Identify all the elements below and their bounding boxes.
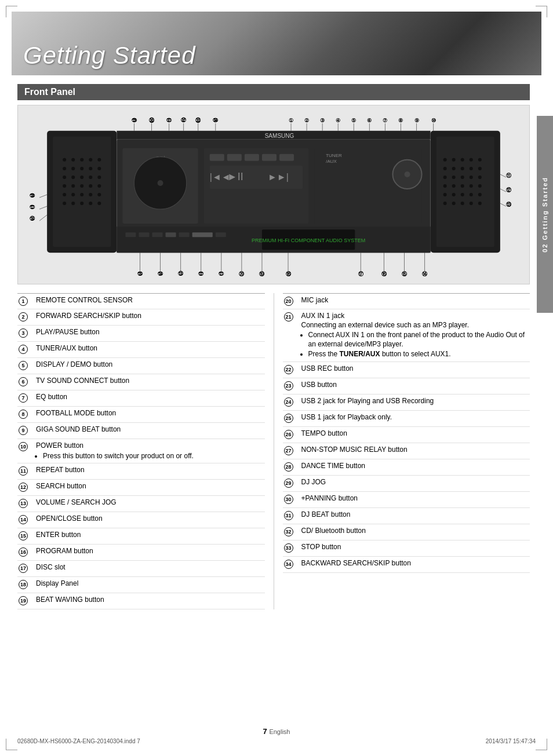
svg-point-15 xyxy=(80,176,83,179)
ref-num: 4 xyxy=(17,342,36,356)
svg-text:⑳: ⑳ xyxy=(239,271,245,277)
svg-point-96 xyxy=(470,202,473,205)
svg-point-40 xyxy=(158,180,163,186)
ref-desc: SEARCH button xyxy=(36,480,265,494)
ref-num: 32 xyxy=(283,524,301,539)
ref-table-right: 20MIC jack21AUX IN 1 jackConnecting an e… xyxy=(283,293,530,609)
svg-rect-44 xyxy=(245,154,259,161)
ref-desc: VOLUME / SEARCH JOG xyxy=(36,496,265,510)
svg-point-19 xyxy=(71,184,75,188)
svg-point-77 xyxy=(478,167,482,170)
ref-num: 22 xyxy=(283,362,301,377)
table-row: 16PROGRAM button xyxy=(17,545,265,561)
ref-desc: DJ JOG xyxy=(301,476,530,490)
svg-point-83 xyxy=(443,184,447,188)
svg-point-76 xyxy=(470,167,473,170)
ref-num: 21 xyxy=(283,309,301,324)
ref-desc: DANCE TIME button xyxy=(301,459,530,473)
svg-point-27 xyxy=(97,193,101,196)
ref-desc: ENTER button xyxy=(36,528,265,542)
svg-point-30 xyxy=(80,202,83,205)
ref-desc: EQ button xyxy=(36,390,265,404)
ref-num-circle: 13 xyxy=(19,499,28,508)
ref-num-circle: 5 xyxy=(19,361,28,370)
main-content: Front Panel xyxy=(17,84,530,609)
svg-point-10 xyxy=(80,167,83,170)
ref-num: 5 xyxy=(17,358,36,372)
svg-point-71 xyxy=(470,158,473,162)
svg-rect-43 xyxy=(227,154,242,161)
svg-point-11 xyxy=(89,167,92,170)
svg-point-17 xyxy=(97,176,101,179)
table-row: 13VOLUME / SEARCH JOG xyxy=(17,496,265,512)
ref-desc: USB REC button xyxy=(301,362,530,376)
svg-point-26 xyxy=(89,193,92,196)
page-number: 7 xyxy=(263,727,267,736)
svg-point-78 xyxy=(443,176,447,179)
svg-text:④: ④ xyxy=(336,118,340,123)
svg-rect-2 xyxy=(53,137,111,247)
svg-rect-61 xyxy=(179,232,190,237)
ref-num-circle: 10 xyxy=(19,442,28,451)
svg-point-91 xyxy=(470,193,473,196)
svg-text:SAMSUNG: SAMSUNG xyxy=(265,133,294,139)
section-header: Front Panel xyxy=(17,84,530,100)
table-row: 7EQ button xyxy=(17,390,265,407)
svg-point-32 xyxy=(97,202,101,205)
ref-desc: +PANNING button xyxy=(301,492,530,506)
ref-num: 16 xyxy=(17,545,36,559)
table-row: 15ENTER button xyxy=(17,528,265,545)
svg-text:㉔: ㉔ xyxy=(158,271,163,277)
table-row: 10POWER buttonPress this button to switc… xyxy=(17,439,265,463)
ref-num-circle: 29 xyxy=(284,479,293,488)
table-row: 17DISC slot xyxy=(17,561,265,577)
svg-text:㉜: ㉜ xyxy=(181,117,187,123)
ref-num-circle: 28 xyxy=(284,462,293,472)
svg-point-28 xyxy=(63,202,66,205)
page-number-container: 7 English xyxy=(263,727,290,736)
svg-point-16 xyxy=(89,176,92,179)
ref-desc: PROGRAM button xyxy=(36,545,265,558)
svg-point-21 xyxy=(89,184,92,188)
table-divider xyxy=(274,293,274,609)
svg-text:㉑: ㉑ xyxy=(219,271,224,277)
device-diagram: SAMSUNG CD/ Bluetooth ►II |◄◄ ►►| xyxy=(17,105,530,284)
ref-num-circle: 3 xyxy=(19,328,28,338)
svg-point-82 xyxy=(478,176,482,179)
svg-text:⑱: ⑱ xyxy=(286,271,292,277)
ref-num-circle: 7 xyxy=(19,393,28,403)
svg-point-20 xyxy=(80,184,83,188)
reference-tables: 1REMOTE CONTROL SENSOR2FORWARD SEARCH/SK… xyxy=(17,293,530,609)
ref-desc: TV SOUND CONNECT button xyxy=(36,374,265,388)
table-row: 18Display Panel xyxy=(17,577,265,593)
ref-num-circle: 34 xyxy=(284,560,293,569)
svg-text:㉘: ㉘ xyxy=(30,193,35,199)
ref-num: 29 xyxy=(283,476,301,490)
ref-num-circle: 32 xyxy=(284,527,293,536)
ref-num: 24 xyxy=(283,395,301,409)
footer-right: 2014/3/17 15:47:34 xyxy=(486,738,536,744)
ref-desc: DISPLAY / DEMO button xyxy=(36,358,265,372)
ref-desc: DJ BEAT button xyxy=(301,508,530,522)
table-row: 4TUNER/AUX button xyxy=(17,342,265,358)
svg-rect-58 xyxy=(139,232,149,237)
table-row: 6TV SOUND CONNECT button xyxy=(17,374,265,390)
svg-text:⑨: ⑨ xyxy=(414,118,419,123)
ref-num-circle: 1 xyxy=(19,297,28,306)
table-row: 31DJ BEAT button xyxy=(283,508,530,524)
svg-rect-42 xyxy=(210,154,224,161)
svg-point-74 xyxy=(452,167,456,170)
svg-text:㉕: ㉕ xyxy=(137,271,143,277)
svg-point-22 xyxy=(97,184,101,188)
ref-num: 12 xyxy=(17,480,36,494)
svg-point-7 xyxy=(97,158,101,162)
svg-rect-63 xyxy=(216,232,226,237)
svg-point-14 xyxy=(71,176,75,179)
table-row: 9GIGA SOUND BEAT button xyxy=(17,423,265,439)
svg-text:⑬: ⑬ xyxy=(506,202,512,207)
svg-point-88 xyxy=(443,193,447,196)
svg-text:㉖: ㉖ xyxy=(30,216,35,222)
table-row: 14OPEN/CLOSE button xyxy=(17,512,265,528)
svg-text:③: ③ xyxy=(320,118,325,123)
svg-point-12 xyxy=(97,167,101,170)
